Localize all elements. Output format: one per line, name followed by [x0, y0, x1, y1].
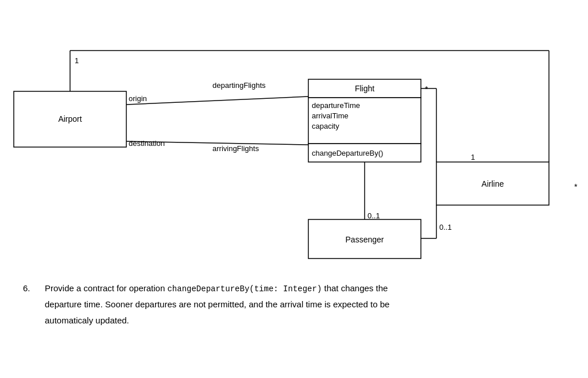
- airline-label: Airline: [482, 179, 504, 188]
- passenger-label: Passenger: [346, 235, 384, 244]
- operation-code: changeDepartureBy(time: Integer): [167, 284, 322, 294]
- flight-attr-departure: departureTime: [312, 101, 360, 110]
- svg-line-9: [126, 97, 308, 105]
- question-text: Provide a contract for operation changeD…: [45, 281, 565, 330]
- page: Airport Flight departureTime arrivalTime…: [0, 0, 588, 378]
- departing-flights-label: departingFlights: [212, 81, 266, 90]
- question-para-2: departure time. Sooner departures are no…: [45, 298, 565, 311]
- mult-01-passenger-right: 0..1: [368, 211, 380, 220]
- question-para-1: Provide a contract for operation changeD…: [45, 281, 565, 295]
- flight-attr-capacity: capacity: [312, 122, 339, 130]
- origin-label: origin: [129, 94, 147, 103]
- arriving-flights-label: arrivingFlights: [212, 144, 259, 153]
- uml-diagram: Airport Flight departureTime arrivalTime…: [0, 11, 588, 287]
- mult-1-top: 1: [75, 56, 79, 65]
- flight-method-change: changeDepartureBy(): [312, 149, 383, 157]
- mult-1-airline: 1: [471, 153, 475, 161]
- question-area: 6. Provide a contract for operation chan…: [23, 281, 565, 330]
- question-number: 6.: [23, 281, 40, 330]
- flight-attr-arrival: arrivalTime: [312, 111, 349, 120]
- flight-label: Flight: [355, 84, 374, 93]
- mult-star-flight: *: [425, 84, 428, 94]
- destination-label: destination: [129, 139, 165, 148]
- question-para-3: automaticaly updated.: [45, 314, 565, 327]
- airport-label: Airport: [58, 114, 82, 124]
- question-line: 6. Provide a contract for operation chan…: [23, 281, 565, 330]
- mult-star-airline: *: [574, 182, 578, 191]
- mult-01-airline-bottom: 0..1: [439, 223, 452, 232]
